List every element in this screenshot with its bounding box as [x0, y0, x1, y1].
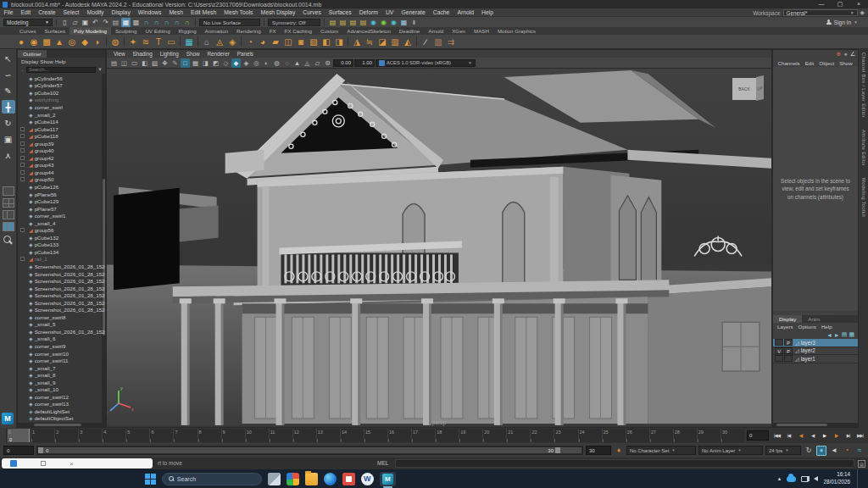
viewport-menu-item[interactable]: Lighting — [157, 51, 182, 57]
shelf-icon[interactable]: ◍ — [109, 36, 121, 47]
render-icon[interactable]: ◉ — [379, 18, 388, 27]
frame-tick[interactable]: 18 — [435, 429, 459, 442]
status-icon[interactable]: ▣ — [81, 18, 90, 27]
frame-tick[interactable]: 5 — [125, 429, 149, 442]
lock-workspace-icon[interactable]: ◈ — [860, 9, 865, 16]
current-frame-field[interactable]: 0 — [747, 430, 769, 441]
layer-playback-cell[interactable]: P — [784, 347, 793, 354]
shelf-tab[interactable]: UV Editing — [141, 27, 174, 35]
outliner-item[interactable]: ◢ ◈ corner_swirl8 — [18, 313, 105, 321]
outliner-item[interactable]: ◢ ◈ group40 — [18, 147, 105, 154]
menu-item[interactable]: Mesh Tools — [220, 8, 257, 17]
close-icon[interactable]: × — [70, 460, 74, 468]
menu-item[interactable]: Select — [59, 8, 83, 17]
menu-item[interactable]: Cache — [429, 8, 453, 17]
frame-tick[interactable]: 4 — [102, 429, 125, 442]
layer-visibility-cell[interactable] — [775, 355, 783, 362]
layer-editor-menu-item[interactable]: Options — [797, 324, 818, 330]
menu-item[interactable]: Display — [108, 8, 134, 17]
outliner-item[interactable]: ◢ ◈ pCube114 — [18, 118, 105, 125]
outliner-item[interactable]: ◢ ◈ _small_4 — [18, 219, 105, 227]
outliner-item[interactable]: ◢ ◈ group42 — [18, 154, 105, 162]
outliner-hscrollbar[interactable] — [18, 423, 105, 427]
tool-button[interactable]: ↻ — [2, 116, 15, 130]
shelf-icon[interactable]: ◧ — [320, 36, 332, 47]
outliner-item[interactable]: ◢ ◈ _small_6 — [18, 336, 105, 343]
shelf-icon[interactable]: ◔ — [244, 36, 256, 47]
shelf-tab[interactable]: Rendering — [232, 27, 265, 35]
visibility-checkbox[interactable] — [20, 148, 25, 152]
shelf-icon[interactable]: ✦ — [127, 36, 139, 47]
menu-item[interactable]: Windows — [134, 8, 165, 17]
outliner-item[interactable]: ◢ ◈ pPlane57 — [18, 205, 105, 213]
layout-four-pane-button[interactable] — [3, 198, 14, 208]
tool-button[interactable]: ↖ — [2, 52, 15, 65]
visibility-checkbox[interactable] — [20, 156, 25, 160]
status-icon[interactable]: ▦ — [121, 18, 131, 27]
maximize-button[interactable]: ▢ — [831, 0, 849, 8]
frame-tick[interactable]: 2 — [54, 429, 78, 442]
gamma-field[interactable]: 1.00 — [354, 59, 375, 67]
tool-button[interactable]: ✎ — [2, 84, 15, 97]
shelf-icon[interactable]: ◬ — [214, 36, 225, 47]
outliner-item[interactable]: ◢ ◈ pPlane56 — [18, 191, 105, 198]
tray-chevron-icon[interactable]: ▲ — [777, 476, 782, 481]
start-button[interactable] — [145, 474, 156, 485]
outliner-item[interactable]: ◢ ◈ corner_swirl10 — [18, 350, 105, 358]
visibility-checkbox[interactable] — [20, 170, 25, 175]
shelf-icon[interactable]: ◕ — [257, 36, 269, 47]
frame-tick[interactable]: 30 — [721, 429, 744, 442]
outliner-item[interactable]: ◢ ◈ Screenshot_2026_01_28_152012 — [18, 263, 105, 270]
volume-icon[interactable] — [814, 476, 818, 481]
viewport-icon[interactable]: ▤ — [109, 58, 119, 68]
shelf-icon[interactable]: ◈ — [226, 36, 238, 47]
playback-button[interactable]: ▶▶| — [854, 430, 865, 441]
outliner-item[interactable]: ◢ ◈ rail_1 — [18, 256, 105, 263]
outliner-item[interactable]: ◢ ◈ _small_8 — [18, 371, 105, 379]
layer-row[interactable]: V P ◿ layer2 — [773, 347, 858, 356]
viewport-icon[interactable]: ◧ — [140, 58, 149, 68]
viewport-icon[interactable]: ◬ — [303, 58, 312, 68]
outliner-item[interactable]: ◢ ◈ pCube129 — [18, 197, 105, 205]
viewport-icon[interactable]: ◌ — [282, 58, 292, 68]
frame-tick[interactable]: 3 — [78, 429, 102, 442]
show-desktop-button[interactable] — [857, 469, 860, 488]
outliner-item[interactable]: ◢ ◈ group56 — [18, 226, 105, 234]
frame-tick[interactable]: 19 — [459, 429, 482, 442]
outliner-item[interactable]: ◢ ◈ pCube118 — [18, 132, 105, 140]
save-icon[interactable] — [10, 460, 17, 467]
tool-button[interactable]: ╋ — [2, 100, 15, 114]
viewport-menu-item[interactable]: Panels — [234, 51, 257, 57]
frame-tick[interactable]: 20 — [482, 429, 506, 442]
menu-set-dropdown[interactable]: Modeling▼ — [3, 19, 53, 26]
channel-box-menu-item[interactable]: Show — [837, 60, 854, 66]
shelf-icon[interactable]: ▧ — [308, 36, 320, 47]
shelf-icon[interactable]: ▲ — [53, 36, 65, 47]
channel-box-icon[interactable]: ● — [843, 51, 847, 58]
outliner-item[interactable]: ◢ ◈ _small_5 — [18, 321, 105, 329]
onedrive-icon[interactable] — [787, 476, 796, 482]
status-icon[interactable]: ∩ — [172, 18, 181, 27]
outliner-item[interactable]: ◢ ◈ Screenshot_2026_01_28_152016 — [18, 270, 105, 278]
viewport-icon[interactable]: □ — [181, 58, 190, 68]
playback-button[interactable]: |◀ — [783, 430, 794, 441]
render-icon[interactable]: ◉ — [369, 18, 378, 27]
outliner-item[interactable]: ◢ ◈ corner_swirl11 — [18, 357, 105, 364]
shelf-icon[interactable]: ◭ — [402, 36, 414, 47]
shelf-tab[interactable]: XGen — [448, 27, 470, 35]
sign-in-button[interactable]: Sign In ▼ — [826, 19, 865, 25]
frame-tick[interactable]: 26 — [626, 429, 649, 442]
shelf-icon[interactable]: ◮ — [351, 36, 363, 47]
viewport-icon[interactable]: ▱ — [313, 58, 322, 68]
status-icon[interactable]: ▱ — [70, 18, 80, 27]
close-button[interactable]: × — [849, 0, 868, 8]
shelf-tab[interactable]: Motion Graphics — [493, 27, 540, 35]
outliner-item[interactable]: ◢ ◈ defaultObjectSet — [18, 415, 105, 423]
layer-editor-menu-item[interactable]: Layers — [776, 324, 795, 330]
outliner-item[interactable]: ◢ ◈ Screenshot_2026_01_28_152017 — [18, 277, 105, 285]
character-set-dropdown[interactable]: No Character Set▼ — [626, 446, 696, 455]
render-icon[interactable]: ▤ — [359, 18, 368, 27]
viewport-icon[interactable]: ◨ — [201, 58, 210, 68]
outliner-menu-item[interactable]: Show — [40, 58, 53, 64]
frame-tick[interactable]: 23 — [554, 429, 577, 442]
